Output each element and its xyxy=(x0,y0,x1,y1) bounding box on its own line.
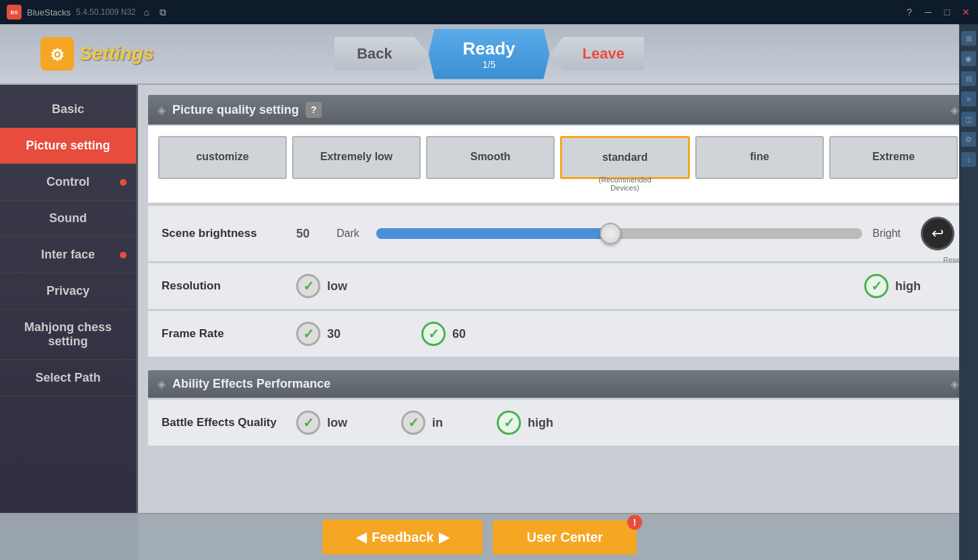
resolution-high[interactable]: ✓ high xyxy=(864,274,921,298)
copy-button[interactable]: ⧉ xyxy=(158,7,168,18)
frame-rate-label: Frame Rate xyxy=(162,327,283,341)
quality-option-fine[interactable]: fine xyxy=(695,136,824,179)
picture-quality-header: ◈ Picture quality setting ? ◈ xyxy=(148,95,968,125)
sidebar-item-sound[interactable]: Sound xyxy=(0,201,136,237)
ability-effects-section: ◈ Ability Effects Performance ◈ Battle E… xyxy=(148,370,968,446)
battle-effects-high[interactable]: ✓ high xyxy=(497,411,553,435)
user-center-button[interactable]: User Center ! xyxy=(493,520,636,555)
ability-header-left: ◈ Ability Effects Performance xyxy=(158,377,330,391)
help-button[interactable]: ? xyxy=(306,102,322,118)
resolution-low-radio[interactable]: ✓ xyxy=(296,274,320,298)
feedback-button[interactable]: ◀ Feedback ▶ xyxy=(322,520,483,555)
brightness-slider-container: Dark Bright xyxy=(337,228,907,240)
app-name: BlueStacks xyxy=(27,7,71,18)
interface-notification-dot xyxy=(120,252,127,258)
top-navigation: ⚙ Settings Back Ready 1/5 Leave xyxy=(0,24,978,85)
framerate-30[interactable]: ✓ 30 xyxy=(296,322,341,346)
right-sidebar-icon-5[interactable]: ◫ xyxy=(961,112,976,127)
slider-fill xyxy=(376,228,610,239)
control-notification-dot xyxy=(120,179,127,186)
expand-icon: ◈ xyxy=(158,104,166,116)
reset-button[interactable]: ↩ xyxy=(921,217,954,250)
framerate-30-radio[interactable]: ✓ xyxy=(296,322,320,346)
frame-rate-row: Frame Rate ✓ 30 ✓ 60 xyxy=(148,310,968,357)
dark-label: Dark xyxy=(337,228,359,240)
help-button[interactable]: ? xyxy=(904,7,915,18)
sidebar-item-mahjong[interactable]: Mahjong chess setting xyxy=(0,310,136,360)
reset-icon: ↩ xyxy=(932,225,944,242)
resolution-label: Resolution xyxy=(162,279,283,293)
sidebar-item-basic[interactable]: Basic xyxy=(0,92,136,128)
picture-quality-title: Picture quality setting xyxy=(172,103,299,117)
resolution-high-label: high xyxy=(895,279,921,293)
ability-effects-header: ◈ Ability Effects Performance ◈ xyxy=(148,370,968,398)
slider-thumb[interactable] xyxy=(600,223,621,244)
battle-low-radio[interactable]: ✓ xyxy=(296,411,320,435)
battle-low-label: low xyxy=(327,416,347,430)
right-sidebar-icon-1[interactable]: ⊞ xyxy=(961,31,976,46)
quality-option-extreme[interactable]: Extreme xyxy=(829,136,958,179)
right-sidebar-icon-7[interactable]: ↕ xyxy=(961,152,976,167)
settings-logo-icon: ⚙ xyxy=(40,37,74,71)
quality-options-row: customize Extremely low Smooth standard … xyxy=(158,136,958,179)
picture-quality-section: ◈ Picture quality setting ? ◈ customize … xyxy=(148,95,968,204)
section-collapse-icon[interactable]: ◈ xyxy=(950,104,958,116)
quality-option-smooth[interactable]: Smooth xyxy=(426,136,555,179)
resolution-options: ✓ low ✓ high xyxy=(296,274,954,298)
brightness-slider[interactable] xyxy=(376,228,862,239)
right-sidebar-icon-4[interactable]: ≡ xyxy=(961,92,976,106)
brightness-value: 50 xyxy=(296,227,323,241)
left-sidebar: Basic Picture setting Control Sound Inte… xyxy=(0,85,138,560)
ability-expand-icon: ◈ xyxy=(158,378,166,390)
ability-effects-title: Ability Effects Performance xyxy=(172,377,330,391)
app-version: 5.4.50.1009 N32 xyxy=(76,7,136,17)
right-sidebar-icon-6[interactable]: ⚙ xyxy=(961,132,976,147)
home-button[interactable]: ⌂ xyxy=(141,7,152,18)
ability-collapse-icon[interactable]: ◈ xyxy=(950,378,958,390)
leave-button[interactable]: Leave xyxy=(550,37,644,71)
bottom-bar: ◀ Feedback ▶ User Center ! xyxy=(0,513,959,560)
ready-button[interactable]: Ready 1/5 xyxy=(429,29,550,79)
sidebar-item-control[interactable]: Control xyxy=(0,164,136,201)
battle-high-radio[interactable]: ✓ xyxy=(497,411,521,435)
main-content: ◈ Picture quality setting ? ◈ customize … xyxy=(138,85,978,560)
close-button[interactable]: ✕ xyxy=(960,7,971,18)
battle-effects-label: Battle Effects Quality xyxy=(162,416,283,429)
resolution-row: Resolution ✓ low ✓ high xyxy=(148,262,968,309)
quality-option-standard[interactable]: standard (Recommended Devices) xyxy=(560,136,690,179)
scene-brightness-row: Scene brightness 50 Dark Bright ↩ Reset xyxy=(148,205,968,261)
notification-badge: ! xyxy=(627,515,642,530)
sidebar-item-picture[interactable]: Picture setting xyxy=(0,128,136,164)
nav-buttons: Back Ready 1/5 Leave xyxy=(335,29,644,79)
quality-option-extremely-low[interactable]: Extremely low xyxy=(292,136,421,179)
maximize-button[interactable]: □ xyxy=(942,7,952,18)
resolution-low[interactable]: ✓ low xyxy=(296,274,347,298)
sidebar-item-selectpath[interactable]: Select Path xyxy=(0,360,136,396)
titlebar-left: BS BlueStacks 5.4.50.1009 N32 ⌂ ⧉ xyxy=(7,5,168,20)
quality-options-wrapper: customize Extremely low Smooth standard … xyxy=(148,126,968,204)
framerate-60-radio[interactable]: ✓ xyxy=(421,322,446,346)
content-area: Basic Picture setting Control Sound Inte… xyxy=(0,85,978,560)
feedback-arrow-right: ▶ xyxy=(439,529,449,545)
framerate-60[interactable]: ✓ 60 xyxy=(421,322,466,346)
battle-effects-options: ✓ low ✓ in ✓ high xyxy=(296,411,954,435)
minimize-button[interactable]: ─ xyxy=(923,7,934,18)
right-sidebar-icon-2[interactable]: ◉ xyxy=(961,51,976,66)
feedback-arrow: ◀ xyxy=(356,529,366,545)
resolution-high-radio[interactable]: ✓ xyxy=(864,274,888,298)
settings-title: Settings xyxy=(79,43,153,65)
sidebar-item-privacy[interactable]: Privacy xyxy=(0,273,136,310)
right-sidebar-icon-3[interactable]: ⊟ xyxy=(961,71,976,86)
battle-effects-low[interactable]: ✓ low xyxy=(296,411,347,435)
battle-mid-radio[interactable]: ✓ xyxy=(401,411,425,435)
quality-option-customize[interactable]: customize xyxy=(158,136,287,179)
main-container: ⚙ Settings Back Ready 1/5 Leave Basic Pi… xyxy=(0,24,978,560)
battle-high-label: high xyxy=(528,416,553,430)
frame-rate-options: ✓ 30 ✓ 60 xyxy=(296,322,954,346)
battle-effects-mid[interactable]: ✓ in xyxy=(401,411,443,435)
sidebar-item-interface[interactable]: Inter face xyxy=(0,237,136,273)
back-button[interactable]: Back xyxy=(335,37,429,71)
titlebar: BS BlueStacks 5.4.50.1009 N32 ⌂ ⧉ ? ─ □ … xyxy=(0,0,978,24)
bluestacks-logo: BS xyxy=(7,5,22,20)
recommended-label: (Recommended Devices) xyxy=(598,176,651,192)
